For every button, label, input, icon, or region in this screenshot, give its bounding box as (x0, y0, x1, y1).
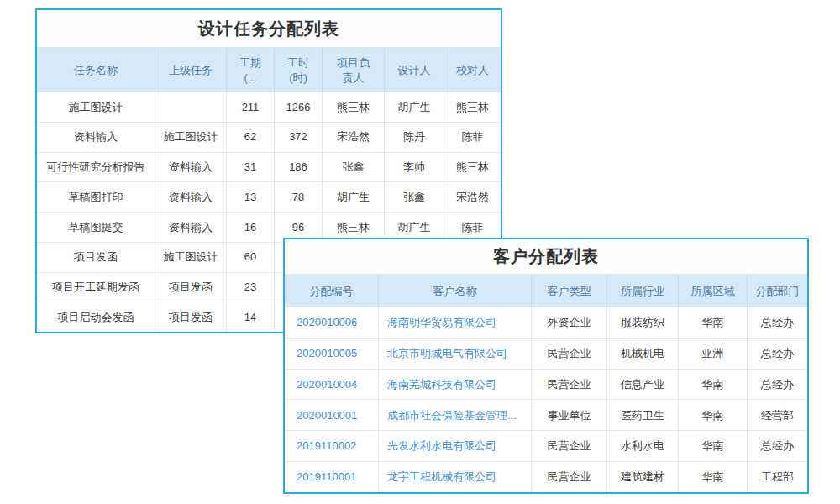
table-cell: 1266 (275, 92, 323, 122)
customer-assignment-header-row: 分配编号客户名称客户类型所属行业所属区域分配部门 (285, 275, 807, 307)
table-row[interactable]: 2019110001龙宇工程机械有限公司民营企业建筑建材华南工程部 (285, 461, 807, 492)
table-cell: 项目开工延期发函 (37, 273, 155, 302)
column-header-3: 所属行业 (607, 275, 679, 307)
customer-name-link[interactable]: 海南芜城科技有限公司 (379, 370, 532, 400)
table-cell: 外资企业 (532, 307, 607, 338)
column-header-5: 分配部门 (748, 275, 807, 307)
table-cell: 施工图设计 (155, 243, 227, 272)
customer-name-link[interactable]: 成都市社会保险基金管理... (379, 400, 532, 430)
table-cell: 23 (227, 273, 275, 302)
assignment-id-link[interactable]: 2020010005 (285, 339, 379, 369)
table-row[interactable]: 2020010001成都市社会保险基金管理...事业单位医药卫生华南经营部 (285, 399, 807, 430)
table-cell: 施工图设计 (155, 123, 227, 152)
table-cell: 建筑建材 (607, 462, 679, 492)
table-cell: 资料输入 (155, 153, 227, 182)
table-cell: 186 (275, 153, 323, 182)
table-cell: 211 (227, 92, 275, 122)
table-cell: 经营部 (748, 400, 807, 430)
table-cell: 民营企业 (532, 462, 607, 492)
table-cell: 水利水电 (607, 431, 679, 461)
table-row[interactable]: 可行性研究分析报告资料输入31186张鑫李帅熊三林 (37, 152, 501, 182)
column-header-1: 上级任务 (155, 48, 227, 92)
assignment-id-link[interactable]: 2020010006 (285, 307, 379, 338)
assignment-id-link[interactable]: 2020010001 (285, 400, 379, 430)
assignment-id-link[interactable]: 2019110002 (285, 431, 379, 461)
table-cell: 工程部 (748, 462, 807, 492)
customer-assignment-title: 客户分配列表 (285, 239, 807, 275)
table-cell: 总经办 (748, 339, 807, 369)
table-cell: 华南 (679, 307, 748, 338)
design-task-header-row: 任务名称上级任务工期 (...工时 (时)项目负 责人设计人校对人 (37, 48, 501, 92)
table-cell: 资料输入 (37, 123, 155, 152)
column-header-4: 项目负 责人 (323, 48, 385, 92)
table-cell: 项目启动会发函 (37, 302, 155, 332)
table-cell: 宋浩然 (323, 123, 385, 152)
table-cell: 项目发函 (37, 243, 155, 272)
table-cell: 13 (227, 182, 275, 212)
assignment-id-link[interactable]: 2019110001 (285, 462, 379, 492)
table-cell: 总经办 (748, 370, 807, 400)
table-cell: 华南 (679, 462, 748, 492)
customer-name-link[interactable]: 北京市明城电气有限公司 (379, 339, 532, 369)
table-cell: 草稿图打印 (37, 182, 155, 212)
column-header-2: 客户类型 (532, 275, 607, 307)
table-cell: 总经办 (748, 431, 807, 461)
table-cell: 可行性研究分析报告 (37, 153, 155, 182)
table-cell: 胡广生 (385, 92, 444, 122)
table-cell: 民营企业 (532, 431, 607, 461)
table-cell: 施工图设计 (37, 92, 155, 122)
table-row[interactable]: 2019110002光发水利水电有限公司民营企业水利水电华南总经办 (285, 430, 807, 461)
table-cell: 陈菲 (444, 123, 501, 152)
table-row[interactable]: 2020010005北京市明城电气有限公司民营企业机械机电亚洲总经办 (285, 338, 807, 369)
column-header-0: 任务名称 (37, 48, 155, 92)
column-header-6: 校对人 (444, 48, 501, 92)
table-cell: 总经办 (748, 307, 807, 338)
table-cell: 亚洲 (679, 339, 748, 369)
table-row[interactable]: 2020010006海南明华贸易有限公司外资企业服装纺织华南总经办 (285, 307, 807, 338)
assignment-id-link[interactable]: 2020010004 (285, 370, 379, 400)
column-header-0: 分配编号 (285, 275, 379, 307)
column-header-5: 设计人 (385, 48, 444, 92)
table-cell: 项目发函 (155, 273, 227, 302)
customer-assignment-panel: 客户分配列表 分配编号客户名称客户类型所属行业所属区域分配部门 20200100… (283, 238, 809, 494)
table-cell: 医药卫生 (607, 400, 679, 430)
column-header-2: 工期 (... (227, 48, 275, 92)
table-cell: 62 (227, 123, 275, 152)
table-row[interactable]: 施工图设计2111266熊三林胡广生熊三林 (37, 92, 501, 122)
table-cell: 草稿图提交 (37, 213, 155, 242)
table-cell: 事业单位 (532, 400, 607, 430)
customer-name-link[interactable]: 海南明华贸易有限公司 (379, 307, 532, 338)
table-row[interactable]: 2020010004海南芜城科技有限公司民营企业信息产业华南总经办 (285, 369, 807, 400)
column-header-3: 工时 (时) (275, 48, 323, 92)
table-cell: 熊三林 (323, 92, 385, 122)
customer-name-link[interactable]: 龙宇工程机械有限公司 (379, 462, 532, 492)
table-cell: 31 (227, 153, 275, 182)
table-cell: 机械机电 (607, 339, 679, 369)
table-cell: 14 (227, 302, 275, 332)
table-cell: 胡广生 (323, 182, 385, 212)
table-cell: 华南 (679, 370, 748, 400)
table-cell (155, 92, 227, 122)
customer-name-link[interactable]: 光发水利水电有限公司 (379, 431, 532, 461)
table-cell: 372 (275, 123, 323, 152)
table-row[interactable]: 资料输入施工图设计62372宋浩然陈丹陈菲 (37, 122, 501, 152)
table-cell: 宋浩然 (444, 182, 501, 212)
table-cell: 陈丹 (385, 123, 444, 152)
table-cell: 华南 (679, 431, 748, 461)
table-cell: 资料输入 (155, 182, 227, 212)
table-cell: 民营企业 (532, 339, 607, 369)
table-cell: 民营企业 (532, 370, 607, 400)
table-cell: 16 (227, 213, 275, 242)
column-header-1: 客户名称 (379, 275, 532, 307)
table-cell: 服装纺织 (607, 307, 679, 338)
table-cell: 项目发函 (155, 302, 227, 332)
table-cell: 张鑫 (323, 153, 385, 182)
table-cell: 信息产业 (607, 370, 679, 400)
table-cell: 熊三林 (444, 92, 501, 122)
customer-assignment-body: 2020010006海南明华贸易有限公司外资企业服装纺织华南总经办2020010… (285, 307, 807, 492)
table-cell: 张鑫 (385, 182, 444, 212)
table-cell: 华南 (679, 400, 748, 430)
table-cell: 熊三林 (444, 153, 501, 182)
table-row[interactable]: 草稿图打印资料输入1378胡广生张鑫宋浩然 (37, 181, 501, 212)
table-cell: 60 (227, 243, 275, 272)
